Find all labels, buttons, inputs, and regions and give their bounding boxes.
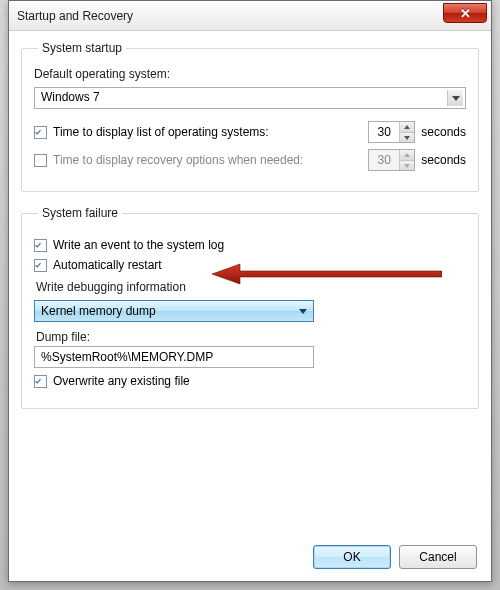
dump-type-value: Kernel memory dump — [41, 304, 156, 318]
close-button[interactable]: ✕ — [443, 3, 487, 23]
time-recovery-spinner — [368, 149, 415, 171]
dump-file-label: Dump file: — [36, 330, 466, 344]
titlebar: Startup and Recovery ✕ — [9, 1, 491, 31]
default-os-select[interactable]: Windows 7 — [34, 87, 466, 109]
dialog-buttons: OK Cancel — [313, 545, 477, 569]
default-os-label: Default operating system: — [34, 67, 466, 81]
time-recovery-label: Time to display recovery options when ne… — [53, 153, 303, 167]
group-system-startup: System startup Default operating system:… — [21, 41, 479, 192]
time-list-label: Time to display list of operating system… — [53, 125, 269, 139]
chevron-down-icon — [295, 303, 311, 319]
time-recovery-value — [369, 151, 399, 169]
write-event-checkbox[interactable]: Write an event to the system log — [34, 238, 224, 252]
startup-recovery-dialog: Startup and Recovery ✕ System startup De… — [8, 0, 492, 582]
write-event-label: Write an event to the system log — [53, 238, 224, 252]
client-area: System startup Default operating system:… — [9, 31, 491, 581]
spinner-up-icon — [400, 150, 414, 160]
legend-system-startup: System startup — [38, 41, 126, 55]
time-list-value[interactable] — [369, 123, 399, 141]
checkbox-icon — [34, 239, 47, 252]
time-list-checkbox[interactable]: Time to display list of operating system… — [34, 125, 269, 139]
close-icon: ✕ — [460, 6, 471, 21]
overwrite-checkbox[interactable]: Overwrite any existing file — [34, 374, 190, 388]
group-system-failure: System failure Write an event to the sys… — [21, 206, 479, 409]
time-list-spinner[interactable] — [368, 121, 415, 143]
write-debug-label: Write debugging information — [36, 280, 466, 294]
ok-button[interactable]: OK — [313, 545, 391, 569]
auto-restart-label: Automatically restart — [53, 258, 162, 272]
overwrite-label: Overwrite any existing file — [53, 374, 190, 388]
checkbox-icon — [34, 259, 47, 272]
spinner-up-icon[interactable] — [400, 122, 414, 132]
cancel-button[interactable]: Cancel — [399, 545, 477, 569]
spinner-down-icon[interactable] — [400, 132, 414, 142]
time-recovery-checkbox[interactable]: Time to display recovery options when ne… — [34, 153, 303, 167]
dump-file-input[interactable] — [34, 346, 314, 368]
auto-restart-checkbox[interactable]: Automatically restart — [34, 258, 162, 272]
seconds-label: seconds — [421, 153, 466, 167]
seconds-label: seconds — [421, 125, 466, 139]
default-os-value: Windows 7 — [41, 90, 100, 104]
chevron-down-icon — [447, 90, 463, 106]
window-title: Startup and Recovery — [17, 9, 133, 23]
legend-system-failure: System failure — [38, 206, 122, 220]
dump-type-select[interactable]: Kernel memory dump — [34, 300, 314, 322]
spinner-down-icon — [400, 160, 414, 170]
checkbox-icon — [34, 154, 47, 167]
checkbox-icon — [34, 126, 47, 139]
checkbox-icon — [34, 375, 47, 388]
